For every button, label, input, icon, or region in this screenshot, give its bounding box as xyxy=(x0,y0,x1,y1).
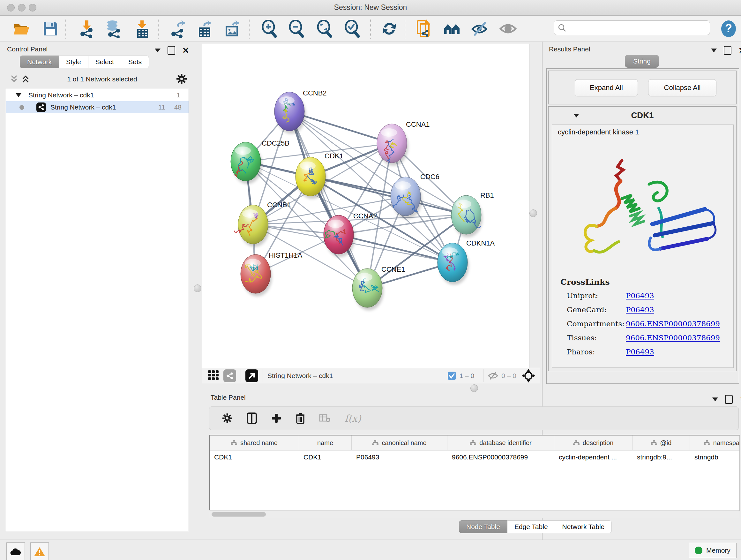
crosslink-value-link[interactable]: 9606.ENSP00000378699 xyxy=(626,320,720,328)
import-table-button[interactable] xyxy=(133,20,151,38)
hide-selected-button[interactable] xyxy=(471,20,489,38)
zoom-selected-button[interactable] xyxy=(343,20,361,38)
save-session-button[interactable] xyxy=(42,20,59,38)
export-network-button[interactable] xyxy=(169,20,186,38)
network-style-button[interactable] xyxy=(223,369,236,382)
column-header-description[interactable]: description xyxy=(554,435,632,450)
table-cell[interactable]: CDK1 xyxy=(210,450,299,464)
control-panel-tabs: Network Style Select Sets xyxy=(20,56,149,68)
open-in-new-window-button[interactable] xyxy=(246,369,258,382)
column-header-shared-name[interactable]: shared name xyxy=(210,435,299,450)
crosslink-value-link[interactable]: 9606.ENSP00000378699 xyxy=(626,334,720,342)
scrollbar-thumb[interactable] xyxy=(212,512,266,516)
collection-expander-icon[interactable] xyxy=(16,93,21,97)
hidden-nodes-edges-count: 0 – 0 xyxy=(501,372,516,380)
grid-view-button[interactable] xyxy=(207,369,219,382)
export-table-button[interactable] xyxy=(196,20,213,38)
add-column-plus-icon[interactable] xyxy=(271,413,281,423)
table-row[interactable]: CDK1CDK1P064939606.ENSP00000378699cyclin… xyxy=(210,450,739,464)
crosslink-value-link[interactable]: P06493 xyxy=(626,348,654,356)
collapse-all-button[interactable]: Collapse All xyxy=(648,79,717,97)
network-view-canvas[interactable]: CCNB2CCNA1CDC25BCDK1CDC6RB1CCNB1CCNA2CDK… xyxy=(202,44,529,368)
table-cell[interactable]: stringdb:9... xyxy=(632,450,690,464)
tab-style[interactable]: Style xyxy=(59,56,88,68)
table-options-gear-icon[interactable] xyxy=(222,413,232,423)
import-network-file-button[interactable] xyxy=(77,20,95,38)
table-panel-title: Table Panel xyxy=(211,394,246,401)
toolbar-separator xyxy=(249,19,250,39)
crosslink-value-link[interactable]: P06493 xyxy=(626,306,654,314)
column-header-canonical-name[interactable]: canonical name xyxy=(352,435,448,450)
zoom-fit-button[interactable] xyxy=(315,20,333,38)
tab-string[interactable]: String xyxy=(625,55,659,68)
tab-network[interactable]: Network xyxy=(20,56,59,68)
close-panel-icon[interactable]: ✕ xyxy=(740,395,741,403)
expand-all-button[interactable]: Expand All xyxy=(575,79,638,97)
crosslink-value-link[interactable]: P06493 xyxy=(626,292,654,300)
panel-menu-icon[interactable] xyxy=(155,49,160,52)
results-panel: Results Panel ✕ String Expand All Collap… xyxy=(544,42,741,384)
warnings-button[interactable] xyxy=(30,543,49,560)
panel-menu-icon[interactable] xyxy=(712,397,718,401)
table-cell[interactable]: cyclin-dependent ... xyxy=(554,450,632,464)
collapse-all-networks-button[interactable] xyxy=(10,74,18,84)
network-row-selected[interactable]: String Network – cdk1 11 48 xyxy=(6,101,189,113)
close-panel-icon[interactable]: ✕ xyxy=(738,46,741,55)
network-options-button[interactable] xyxy=(176,73,187,85)
cloud-status-button[interactable] xyxy=(6,543,25,560)
gear-icon xyxy=(176,73,187,84)
tab-select[interactable]: Select xyxy=(88,56,121,68)
import-network-database-button[interactable] xyxy=(105,20,123,38)
table-cell[interactable]: 9606.ENSP00000378699 xyxy=(448,450,554,464)
table-horizontal-scrollbar[interactable] xyxy=(209,510,739,518)
zoom-out-button[interactable] xyxy=(287,20,305,38)
string-results-container: Expand All Collapse All CDK1 cyclin-depe… xyxy=(546,68,739,384)
column-header-name[interactable]: name xyxy=(299,435,352,450)
help-button[interactable]: ? xyxy=(720,20,738,38)
tab-network-table[interactable]: Network Table xyxy=(555,520,612,533)
birds-eye-navigator-icon[interactable] xyxy=(522,369,536,383)
float-panel-icon[interactable] xyxy=(724,46,731,55)
table-cell[interactable]: stringdb xyxy=(690,450,740,464)
float-panel-icon[interactable] xyxy=(725,395,733,404)
home-button[interactable] xyxy=(443,20,461,38)
zoom-in-button[interactable] xyxy=(260,20,278,38)
memory-button[interactable]: Memory xyxy=(689,543,737,558)
crosslink-label: Uniprot: xyxy=(567,292,626,300)
tab-edge-table[interactable]: Edge Table xyxy=(508,520,555,533)
tab-sets[interactable]: Sets xyxy=(121,56,149,68)
double-chevron-down-icon xyxy=(10,74,18,83)
arrow-up-right-icon xyxy=(248,372,255,379)
first-neighbors-button[interactable] xyxy=(415,20,433,38)
close-panel-icon[interactable]: ✕ xyxy=(182,46,189,55)
column-header-namespace[interactable]: namespace xyxy=(690,435,740,450)
export-image-button[interactable] xyxy=(223,20,241,38)
network-graph[interactable]: CCNB2CCNA1CDC25BCDK1CDC6RB1CCNB1CCNA2CDK… xyxy=(202,44,529,368)
table-cell[interactable]: CDK1 xyxy=(299,450,352,464)
left-splitter-handle[interactable] xyxy=(194,285,201,292)
show-columns-icon[interactable] xyxy=(246,412,257,424)
network-collection-row[interactable]: String Network – cdk1 1 xyxy=(6,89,189,101)
search-input[interactable] xyxy=(569,24,704,32)
open-session-button[interactable] xyxy=(13,20,30,38)
table-toolbar: f(x) xyxy=(209,407,739,430)
memory-label: Memory xyxy=(706,547,731,554)
toolbar-search-field[interactable] xyxy=(554,20,710,35)
show-all-button[interactable] xyxy=(499,20,517,38)
tab-node-table[interactable]: Node Table xyxy=(459,520,508,533)
column-header--id[interactable]: @id xyxy=(632,435,690,450)
selected-checkbox-icon[interactable] xyxy=(448,371,456,380)
control-panel-title: Control Panel xyxy=(7,45,48,53)
right-splitter-handle[interactable] xyxy=(529,209,537,217)
hidden-eye-icon[interactable] xyxy=(488,371,498,380)
table-cell[interactable]: P06493 xyxy=(352,450,448,464)
delete-column-trash-icon[interactable] xyxy=(295,413,305,424)
panel-menu-icon[interactable] xyxy=(711,49,717,52)
status-bar: Memory xyxy=(0,540,741,560)
expand-all-networks-button[interactable] xyxy=(21,74,30,84)
network-edge-CCNB2-CCNE1[interactable] xyxy=(289,111,367,288)
float-panel-icon[interactable] xyxy=(167,46,175,55)
column-header-database-identifier[interactable]: database identifier xyxy=(448,435,554,450)
apply-layout-button[interactable] xyxy=(381,20,398,38)
window-title: Session: New Session xyxy=(0,3,741,12)
